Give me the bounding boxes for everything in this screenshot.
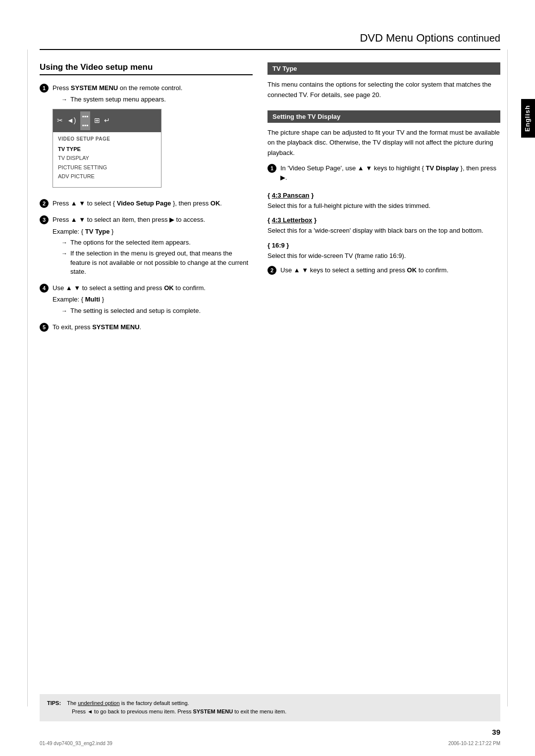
arrow-bullet: → <box>61 95 67 104</box>
right-step-2: 2 Use ▲ ▼ keys to select a setting and p… <box>268 265 500 277</box>
step-3-arrow-text-1: The options for the selected item appear… <box>70 238 191 247</box>
step-5-number: 5 <box>40 323 49 332</box>
option-letterbox-text: Select this for a 'wide-screen' display … <box>268 226 500 236</box>
menu-label: VIDEO SETUP PAGE <box>58 135 156 143</box>
step-4-arrow: → The setting is selected and setup is c… <box>53 306 253 315</box>
arrow-bullet-3: → <box>61 249 67 258</box>
main-content: Using the Video setup menu 1 Press SYSTE… <box>40 62 500 339</box>
step-1-arrow: → The system setup menu appears. <box>53 95 253 104</box>
right-step-2-content: Use ▲ ▼ keys to select a setting and pre… <box>280 265 500 277</box>
right-step-2-number: 2 <box>268 266 276 275</box>
continued-label: continued <box>457 33 500 44</box>
tips-line-1: The underlined option is the factory def… <box>67 700 189 706</box>
option-letterbox-heading: { 4:3 Letterbox } <box>268 216 500 224</box>
setting-tv-display-header: Setting the TV Display <box>268 110 500 123</box>
menu-item-adv: ADV PICTURE <box>58 172 156 181</box>
step-1: 1 Press SYSTEM MENU on the remote contro… <box>40 83 253 194</box>
tv-type-text: This menu contains the options for selec… <box>268 80 500 101</box>
option-169-heading: { 16:9 } <box>268 242 500 249</box>
tv-type-header: TV Type <box>268 62 500 75</box>
tips-line-2: Press ◄ to go back to previous menu item… <box>72 708 286 714</box>
menu-screenshot: ✂ ◄) ▪▪▪▪▪▪ ⊞ ↵ VIDEO SETUP PAGE TV TYPE… <box>53 109 161 188</box>
menu-item-tvtype: TV TYPE <box>58 145 156 154</box>
step-1-arrow-text: The system setup menu appears. <box>70 95 166 104</box>
step-4: 4 Use ▲ ▼ to select a setting and press … <box>40 283 253 317</box>
step-1-content: Press SYSTEM MENU on the remote control.… <box>53 83 253 194</box>
tips-box: TIPS: The underlined option is the facto… <box>40 694 500 721</box>
step-2-number: 2 <box>40 199 49 208</box>
tips-label: TIPS: <box>47 700 61 706</box>
audio-icon: ◄) <box>67 115 76 126</box>
step-3-content: Press ▲ ▼ to select an item, then press … <box>53 215 253 278</box>
setting-intro: The picture shape can be adjusted to fit… <box>268 128 500 158</box>
right-step-1-content: In 'Video Setup Page', use ▲ ▼ keys to h… <box>280 163 500 185</box>
menu-screenshot-body: VIDEO SETUP PAGE TV TYPE TV DISPLAY PICT… <box>53 132 161 187</box>
right-step-1-number: 1 <box>268 164 276 173</box>
section-title: Using the Video setup menu <box>40 62 253 75</box>
step-3-arrow-text-2: If the selection in the menu is greyed o… <box>70 249 253 276</box>
footer-file-info: 01-49 dvp7400_93_eng2.indd 39 <box>40 741 112 746</box>
footer-date: 2006-10-12 2:17:22 PM <box>448 741 500 746</box>
page-number: 39 <box>492 728 500 736</box>
step-4-arrow-text: The setting is selected and setup is com… <box>70 306 201 315</box>
step-5-content: To exit, press SYSTEM MENU. <box>53 322 253 334</box>
step-2: 2 Press ▲ ▼ to select { Video Setup Page… <box>40 199 253 210</box>
step-5: 5 To exit, press SYSTEM MENU. <box>40 322 253 334</box>
step-3-arrow-2: → If the selection in the menu is greyed… <box>53 249 253 276</box>
left-column: Using the Video setup menu 1 Press SYSTE… <box>40 62 253 339</box>
video-icon-active: ▪▪▪▪▪▪ <box>80 111 91 130</box>
menu-grid-icon: ⊞ <box>94 115 100 126</box>
page-header: DVD Menu Options continued <box>40 30 500 50</box>
page-title: DVD Menu Options continued <box>40 30 500 45</box>
arrow-bullet-4: → <box>61 306 67 315</box>
menu-screenshot-header: ✂ ◄) ▪▪▪▪▪▪ ⊞ ↵ <box>53 109 161 132</box>
right-step-1: 1 In 'Video Setup Page', use ▲ ▼ keys to… <box>268 163 500 185</box>
menu-item-picture: PICTURE SETTING <box>58 163 156 172</box>
arrow-bullet-2: → <box>61 238 67 247</box>
step-4-content: Use ▲ ▼ to select a setting and press OK… <box>53 283 253 317</box>
step-2-content: Press ▲ ▼ to select { Video Setup Page }… <box>53 199 253 210</box>
scissors-icon: ✂ <box>57 115 63 126</box>
menu-icons: ✂ ◄) ▪▪▪▪▪▪ ⊞ ↵ <box>57 111 110 130</box>
step-3-arrow-1: → The options for the selected item appe… <box>53 238 253 247</box>
option-panscan-heading: { 4:3 Panscan } <box>268 192 500 199</box>
step-1-number: 1 <box>40 84 49 93</box>
right-column: TV Type This menu contains the options f… <box>268 62 500 339</box>
option-169-text: Select this for wide-screen TV (frame ra… <box>268 251 500 261</box>
option-panscan-text: Select this for a full-height picture wi… <box>268 201 500 211</box>
step-4-number: 4 <box>40 284 49 293</box>
return-icon: ↵ <box>104 115 110 126</box>
step-3-number: 3 <box>40 215 49 224</box>
menu-item-tvdisplay: TV DISPLAY <box>58 153 156 163</box>
step-3: 3 Press ▲ ▼ to select an item, then pres… <box>40 215 253 278</box>
